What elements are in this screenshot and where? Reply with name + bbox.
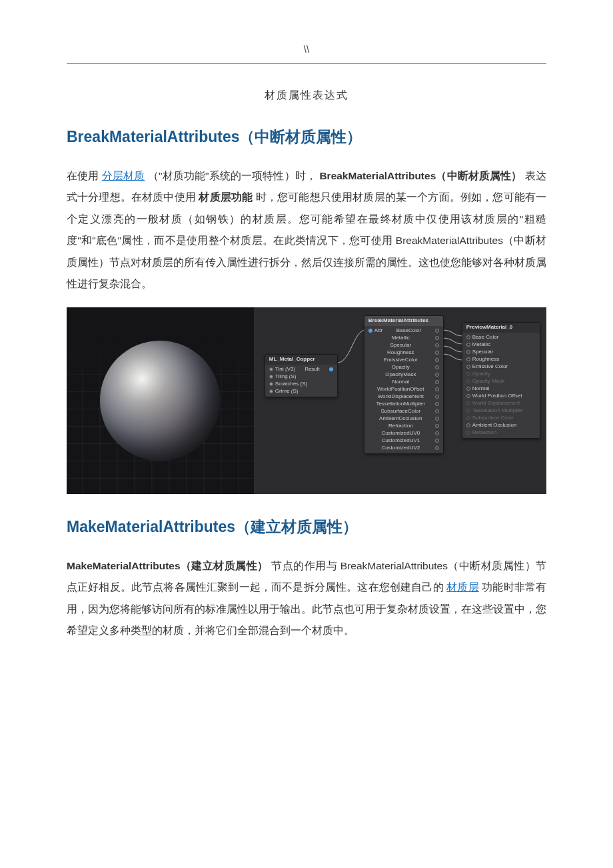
- node-pin-row[interactable]: Base Color: [465, 334, 537, 341]
- heading-en: BreakMaterialAttributes: [67, 128, 239, 145]
- node-pin-row[interactable]: World Displacement: [465, 400, 537, 407]
- header-rule: [67, 63, 546, 64]
- input-pin-icon: [466, 379, 470, 383]
- node-pin-row[interactable]: CustomizedUV1: [367, 437, 440, 445]
- node-graph: ML_Metal_Copper Tint (V3)ResultTiling (S…: [254, 307, 546, 494]
- input-pin-icon: [269, 389, 273, 393]
- pin-label: Specular: [472, 349, 494, 356]
- node-pin-row[interactable]: Tiling (S): [268, 373, 334, 381]
- pin-label: BaseColor: [396, 327, 421, 335]
- node-pin-row[interactable]: Specular: [367, 342, 440, 349]
- node-pin-row[interactable]: Opacity Mask: [465, 378, 537, 385]
- term-bold: 材质层功能: [199, 191, 253, 203]
- node-pin-row[interactable]: Normal: [367, 379, 440, 386]
- pin-label: WorldDisplacement: [378, 393, 424, 401]
- node-pin-row[interactable]: Specular: [465, 349, 537, 356]
- input-pin-icon: [269, 367, 273, 371]
- output-pin-icon: [435, 424, 439, 428]
- pin-label: Opacity Mask: [472, 378, 504, 385]
- pin-label: Normal: [392, 379, 409, 386]
- node-pin-row[interactable]: Metallic: [367, 335, 440, 342]
- node-pin-row[interactable]: Tessellation Multiplier: [465, 407, 537, 415]
- pin-label: CustomizedUV1: [381, 437, 420, 445]
- pin-label: AmbientOcclusion: [379, 415, 422, 423]
- output-pin-icon: [329, 367, 333, 371]
- heading-cn: （中断材质属性）: [239, 128, 362, 145]
- node-header: ML_Metal_Copper: [265, 355, 337, 365]
- node-pin-row[interactable]: SubsurfaceColor: [367, 408, 440, 415]
- pin-label: World Displacement: [472, 400, 520, 407]
- term-bold: MakeMaterialAttributes（建立材质属性）: [67, 560, 269, 571]
- pin-label: Refraction: [472, 429, 496, 437]
- preview-viewport: [67, 307, 254, 494]
- output-pin-icon: [435, 395, 439, 399]
- output-pin-icon: [435, 409, 439, 413]
- node-pin-row[interactable]: World Position Offset: [465, 393, 537, 400]
- pin-label: World Position Offset: [472, 393, 522, 400]
- output-pin-icon: [435, 358, 439, 362]
- input-pin-icon: [466, 401, 470, 405]
- node-pin-row[interactable]: WorldDisplacement: [367, 393, 440, 401]
- node-pin-row[interactable]: AmbientOcclusion: [367, 415, 440, 423]
- input-pin-icon: [466, 387, 470, 391]
- output-pin-icon: [435, 417, 439, 421]
- node-pin-row[interactable]: EmissiveColor: [367, 357, 440, 364]
- node-header: PreviewMaterial_0: [462, 323, 540, 333]
- material-layer-link[interactable]: 材质层: [446, 581, 479, 593]
- pin-label: OpacityMask: [385, 371, 416, 379]
- input-pin-icon: [466, 416, 470, 420]
- layered-material-link[interactable]: 分层材质: [102, 170, 145, 181]
- input-pin-icon: [466, 343, 470, 347]
- output-pin-icon: [435, 343, 439, 347]
- pin-label: Scratches (S): [275, 381, 307, 388]
- section1-paragraph: 在使用 分层材质 （"材质功能"系统的一项特性）时， BreakMaterial…: [67, 165, 546, 295]
- output-pin-icon: [435, 402, 439, 406]
- output-pin-icon: [435, 446, 439, 450]
- output-pin-icon: [435, 387, 439, 391]
- node-pin-row[interactable]: CustomizedUV0: [367, 430, 440, 437]
- output-pin-icon: [435, 373, 439, 377]
- pin-label: Specular: [390, 342, 412, 349]
- pin-label: Normal: [472, 385, 490, 393]
- input-pin-icon: [466, 365, 470, 369]
- node-pin-row[interactable]: Subsurface Color: [465, 415, 537, 422]
- node-pin-row[interactable]: Refraction: [367, 423, 440, 430]
- node-break-material-attributes[interactable]: BreakMaterialAttributes AttrBaseColorMet…: [364, 315, 444, 454]
- output-pin-icon: [435, 380, 439, 384]
- node-pin-row[interactable]: Refraction: [465, 429, 537, 437]
- pin-label: Attr: [374, 327, 382, 335]
- node-pin-row[interactable]: Roughness: [367, 349, 440, 357]
- text-fragment: 时，您可能想只使用材质层的某一个方面。例如，您可能有一个定义漂亮的一般材质（如钢…: [67, 191, 546, 289]
- node-pin-row[interactable]: Ambient Occlusion: [465, 422, 537, 429]
- section2-paragraph: MakeMaterialAttributes（建立材质属性） 节点的作用与 Br…: [67, 555, 546, 642]
- pin-label: CustomizedUV0: [381, 430, 420, 437]
- node-pin-row[interactable]: Tint (V3)Result: [268, 366, 334, 373]
- node-pin-row[interactable]: Normal: [465, 385, 537, 393]
- input-pin-icon: [269, 375, 273, 379]
- header-mark: \\: [67, 40, 546, 59]
- preview-sphere: [100, 341, 220, 461]
- pin-label: Opacity: [392, 364, 410, 371]
- pin-label: Base Color: [472, 334, 499, 341]
- node-pin-row[interactable]: Scratches (S): [268, 381, 334, 388]
- pin-label: EmissiveColor: [384, 357, 418, 364]
- node-pin-row[interactable]: Emissive Color: [465, 363, 537, 371]
- node-ml-metal-copper[interactable]: ML_Metal_Copper Tint (V3)ResultTiling (S…: [265, 354, 338, 397]
- document-title: 材质属性表达式: [67, 85, 546, 105]
- node-pin-row[interactable]: Opacity: [465, 371, 537, 378]
- pin-label: Subsurface Color: [472, 415, 514, 422]
- input-pin-icon: [466, 335, 470, 339]
- node-pin-row[interactable]: Metallic: [465, 341, 537, 349]
- node-preview-material[interactable]: PreviewMaterial_0 Base ColorMetallicSpec…: [462, 322, 540, 439]
- node-pin-row[interactable]: Roughness: [465, 356, 537, 363]
- heading-en: MakeMaterialAttributes: [67, 518, 235, 535]
- text-fragment: 在使用: [67, 170, 102, 181]
- node-pin-row[interactable]: AttrBaseColor: [367, 327, 440, 335]
- node-pin-row[interactable]: WorldPositionOffset: [367, 386, 440, 393]
- node-pin-row[interactable]: Opacity: [367, 364, 440, 371]
- node-pin-row[interactable]: CustomizedUV2: [367, 445, 440, 452]
- node-pin-row[interactable]: Grime (S): [268, 388, 334, 395]
- pin-label: Grime (S): [275, 388, 299, 395]
- node-pin-row[interactable]: OpacityMask: [367, 371, 440, 379]
- node-pin-row[interactable]: TessellationMultiplier: [367, 401, 440, 408]
